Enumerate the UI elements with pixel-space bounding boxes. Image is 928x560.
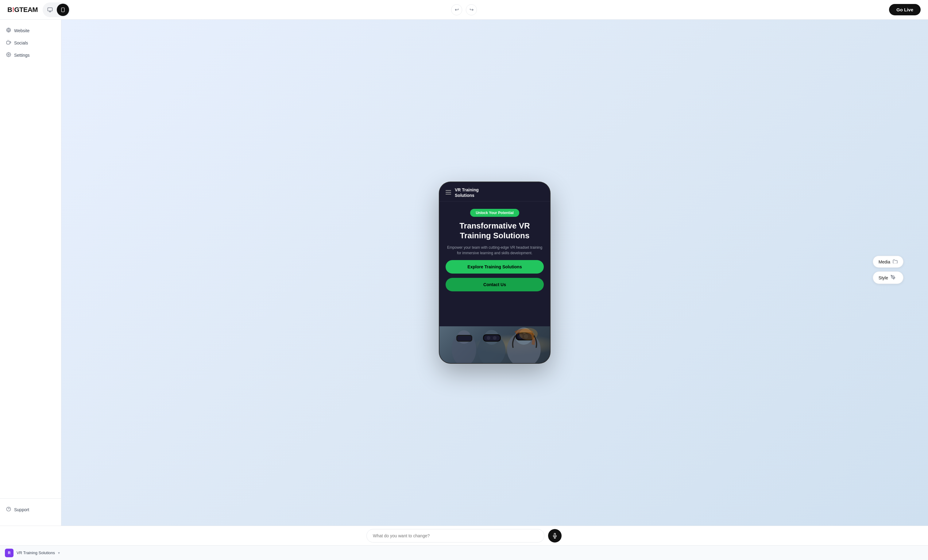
phone-header: VR Training Solutions <box>440 182 550 201</box>
main-layout: Website Socials Settings <box>0 20 928 526</box>
sidebar-item-socials[interactable]: Socials <box>0 37 61 49</box>
topbar: B!GTEAM ↩ ↪ Go Live <box>0 0 928 20</box>
svg-point-25 <box>493 336 496 340</box>
go-live-button[interactable]: Go Live <box>889 4 920 15</box>
media-button[interactable]: Media <box>873 256 904 268</box>
style-label: Style <box>879 275 888 280</box>
explore-button[interactable]: Explore Training Solutions <box>446 260 544 274</box>
phone-headline: Transformative VR Training Solutions <box>446 221 544 240</box>
sidebar-item-settings[interactable]: Settings <box>0 49 61 61</box>
phone-image-area <box>440 326 550 363</box>
sidebar-item-settings-label: Settings <box>14 53 30 58</box>
redo-button[interactable]: ↪ <box>466 4 477 15</box>
desktop-view-button[interactable] <box>44 4 56 16</box>
contact-button[interactable]: Contact Us <box>446 278 544 291</box>
canvas-area: VR Training Solutions Unlock Your Potent… <box>61 20 928 526</box>
svg-point-10 <box>8 54 9 55</box>
sidebar-item-support[interactable]: Support <box>0 504 61 516</box>
sidebar: Website Socials Settings <box>0 20 61 526</box>
logo: B!GTEAM <box>8 6 38 14</box>
support-icon <box>6 507 11 513</box>
sidebar-item-website-label: Website <box>14 28 29 33</box>
svg-rect-3 <box>62 8 64 12</box>
project-chevron-icon[interactable]: ▾ <box>58 551 60 555</box>
phone-nav-title: VR Training Solutions <box>455 187 479 198</box>
globe-icon <box>6 27 11 34</box>
svg-point-24 <box>487 336 490 340</box>
settings-icon <box>6 52 11 58</box>
svg-rect-15 <box>446 194 451 195</box>
chat-input[interactable] <box>366 529 544 543</box>
view-toggle <box>43 3 70 17</box>
style-button[interactable]: Style <box>873 271 904 284</box>
phone-subtext: Empower your team with cutting-edge VR h… <box>446 245 544 256</box>
svg-rect-0 <box>48 8 52 11</box>
brush-icon <box>891 275 896 281</box>
topbar-center: ↩ ↪ <box>451 4 477 15</box>
media-label: Media <box>879 259 890 264</box>
sidebar-bottom: Support <box>0 498 61 521</box>
project-name: VR Training Solutions <box>17 551 55 555</box>
phone-content: Unlock Your Potential Transformative VR … <box>440 201 550 326</box>
sidebar-item-website[interactable]: Website <box>0 24 61 37</box>
socials-icon <box>6 40 11 46</box>
undo-button[interactable]: ↩ <box>451 4 462 15</box>
bottom-bar <box>0 526 928 545</box>
svg-rect-13 <box>446 190 451 191</box>
vr-illustration <box>440 326 550 363</box>
mobile-view-button[interactable] <box>57 4 69 16</box>
svg-point-34 <box>892 277 893 277</box>
phone-mockup: VR Training Solutions Unlock Your Potent… <box>440 182 550 363</box>
topbar-left: B!GTEAM <box>8 3 70 17</box>
sidebar-item-socials-label: Socials <box>14 41 28 46</box>
hamburger-icon[interactable] <box>446 190 451 196</box>
sidebar-item-support-label: Support <box>14 507 29 512</box>
mic-button[interactable] <box>548 529 562 543</box>
svg-rect-19 <box>457 336 472 341</box>
svg-rect-14 <box>446 192 451 193</box>
project-icon: R <box>5 549 14 557</box>
unlock-badge: Unlock Your Potential <box>470 209 519 217</box>
folder-icon <box>893 259 897 264</box>
floating-right-panel: Media Style <box>873 256 904 284</box>
project-bar: R VR Training Solutions ▾ <box>0 545 928 560</box>
svg-rect-23 <box>484 335 500 341</box>
